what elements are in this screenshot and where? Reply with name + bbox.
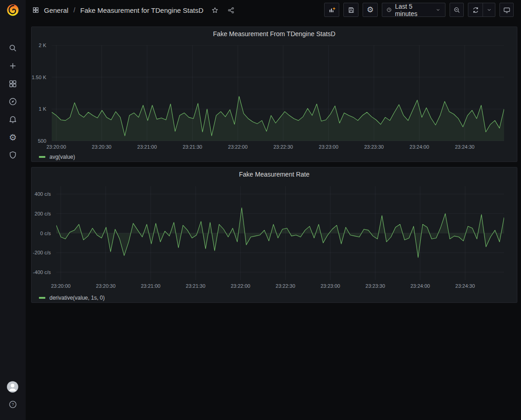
x-axis-tick-label: 23:20:00 [51, 283, 71, 289]
series-fill [56, 208, 504, 258]
star-icon[interactable] [210, 5, 219, 15]
breadcrumb-dashboard-title[interactable]: Fake Measurement for TDengine StatsD [80, 6, 203, 14]
panel-fake-measurement: Fake Measurement From TDengine StatsD 2 … [31, 27, 517, 162]
x-axis-tick-label: 23:23:30 [365, 283, 385, 289]
sidebar: ⚙ ? [0, 0, 26, 420]
chevron-down-icon [435, 7, 441, 13]
x-axis-tick-label: 23:22:00 [231, 283, 250, 289]
chevron-down-icon [486, 7, 492, 13]
x-axis-tick-label: 23:24:00 [410, 144, 429, 150]
breadcrumb-folder[interactable]: General [44, 6, 68, 14]
svg-text:?: ? [12, 402, 14, 407]
explore-icon[interactable] [8, 97, 18, 107]
help-icon[interactable]: ? [8, 399, 18, 409]
x-axis-tick-label: 23:23:00 [319, 144, 338, 150]
create-icon[interactable] [8, 61, 18, 71]
y-axis-tick-label: 2 K [32, 43, 46, 48]
configuration-icon[interactable]: ⚙ [8, 132, 18, 142]
x-axis-tick-label: 23:21:00 [137, 144, 157, 150]
alerting-icon[interactable] [8, 114, 18, 124]
x-axis-tick-label: 23:21:30 [183, 144, 202, 150]
x-axis-tick-label: 23:24:30 [455, 144, 475, 150]
time-range-label: Last 5 minutes [395, 3, 433, 17]
panel-title[interactable]: Fake Measurement Rate [32, 171, 517, 178]
x-axis-tick-label: 23:22:30 [276, 283, 295, 289]
x-axis-tick-label: 23:21:30 [186, 283, 206, 289]
y-axis-labels: 2 K1.50 K1 K500 [32, 45, 49, 141]
user-avatar[interactable] [6, 381, 19, 393]
cycle-view-icon [503, 6, 510, 14]
x-axis-tick-label: 23:22:30 [273, 144, 293, 150]
x-axis-tick-label: 23:23:00 [320, 283, 340, 289]
refresh-button-group [468, 3, 495, 17]
breadcrumb-separator: / [73, 6, 75, 14]
x-axis-labels: 23:20:0023:20:3023:21:0023:21:3023:22:00… [56, 283, 504, 290]
share-icon[interactable] [226, 5, 235, 15]
legend-swatch [39, 297, 45, 299]
panel-title[interactable]: Fake Measurement From TDengine StatsD [32, 30, 517, 38]
search-icon[interactable] [8, 43, 18, 53]
series-fill [52, 97, 504, 141]
y-axis-tick-label: 0 c/s [32, 231, 51, 236]
legend: avg(value) [39, 154, 75, 160]
dashboards-icon[interactable] [8, 79, 18, 89]
x-axis-tick-label: 23:20:00 [46, 144, 66, 150]
cycle-view-button[interactable] [499, 3, 514, 17]
save-dashboard-button[interactable] [343, 3, 358, 17]
x-axis-tick-label: 23:20:30 [92, 144, 112, 150]
refresh-interval-dropdown[interactable] [483, 3, 495, 16]
refresh-icon [472, 6, 479, 14]
server-admin-icon[interactable] [8, 150, 18, 160]
x-axis-tick-label: 23:23:30 [364, 144, 384, 150]
add-panel-button[interactable] [324, 3, 339, 17]
x-axis-tick-label: 23:20:30 [96, 283, 116, 289]
zoom-out-button[interactable] [450, 3, 464, 17]
time-series-plot[interactable] [56, 186, 504, 280]
legend: derivative(value, 1s, 0) [39, 295, 105, 301]
breadcrumb: General / Fake Measurement for TDengine … [32, 0, 235, 20]
time-series-plot[interactable] [52, 45, 504, 141]
y-axis-tick-label: 1 K [32, 106, 46, 112]
grafana-logo[interactable] [5, 3, 20, 17]
refresh-button[interactable] [468, 3, 483, 16]
x-axis-tick-label: 23:24:30 [456, 283, 475, 289]
x-axis-tick-label: 23:21:00 [141, 283, 161, 289]
legend-label[interactable]: derivative(value, 1s, 0) [49, 295, 105, 301]
x-axis-tick-label: 23:22:00 [228, 144, 248, 150]
time-picker-button[interactable]: Last 5 minutes [382, 3, 445, 17]
dashboard-toolbar: ⚙ Last 5 minutes [324, 3, 514, 17]
x-axis-labels: 23:20:0023:20:3023:21:0023:21:3023:22:00… [52, 144, 504, 151]
y-axis-labels: 400 c/s200 c/s0 c/s-200 c/s-400 c/s [32, 186, 54, 280]
gear-icon: ⚙ [367, 6, 374, 14]
y-axis-tick-label: 200 c/s [32, 211, 51, 216]
y-axis-tick-label: -200 c/s [32, 250, 51, 255]
y-axis-tick-label: 1.50 K [32, 75, 46, 80]
legend-swatch [39, 156, 45, 158]
dashboard-settings-button[interactable]: ⚙ [363, 3, 378, 17]
chart-canvas [56, 186, 504, 280]
dashboard-grid-icon [32, 6, 39, 14]
dashboard-header: General / Fake Measurement for TDengine … [26, 0, 521, 20]
legend-label[interactable]: avg(value) [49, 154, 75, 160]
y-axis-tick-label: -400 c/s [32, 269, 51, 275]
x-axis-tick-label: 23:24:00 [410, 283, 430, 289]
y-axis-tick-label: 500 [32, 138, 46, 144]
panel-fake-measurement-rate: Fake Measurement Rate 400 c/s200 c/s0 c/… [31, 167, 517, 303]
y-axis-tick-label: 400 c/s [32, 191, 51, 197]
chart-canvas [52, 45, 504, 141]
